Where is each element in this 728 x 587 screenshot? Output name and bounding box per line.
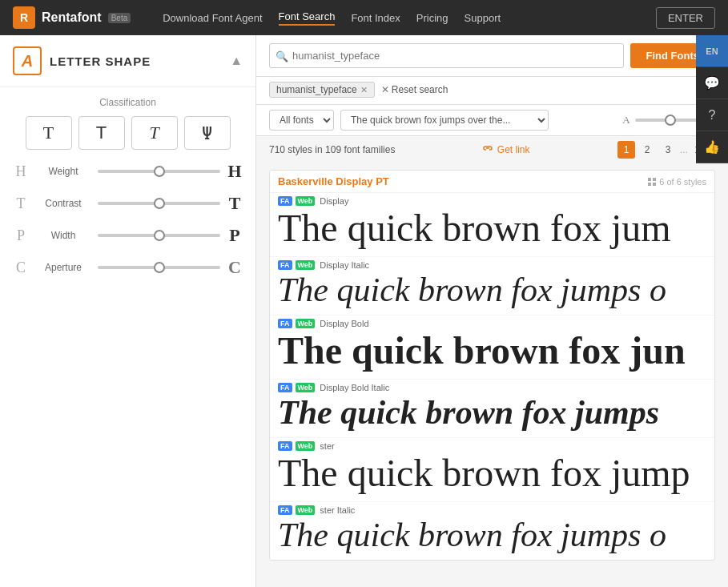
font-style-label-3: Display Bold Italic bbox=[320, 383, 389, 392]
weight-slider[interactable] bbox=[98, 166, 220, 177]
width-label: Width bbox=[35, 230, 91, 241]
contrast-left-label: T bbox=[13, 195, 29, 212]
font-preview-row-4: FA Web ster The quick brown fox jump bbox=[270, 438, 714, 502]
sidebar-title: LETTER SHAPE bbox=[50, 54, 151, 68]
sidebar-header: A LETTER SHAPE ▲ bbox=[0, 35, 255, 87]
search-input[interactable] bbox=[269, 43, 624, 68]
right-panels: EN 💬 ? 👍 bbox=[696, 35, 728, 163]
styles-icon bbox=[647, 177, 657, 187]
weight-slider-row: H Weight H bbox=[13, 161, 243, 182]
web-badge-4: Web bbox=[296, 441, 316, 451]
page-1[interactable]: 1 bbox=[617, 141, 635, 159]
help-panel-button[interactable]: ? bbox=[696, 99, 728, 131]
get-link-label: Get link bbox=[497, 144, 530, 155]
like-icon: 👍 bbox=[704, 139, 720, 155]
contrast-slider[interactable] bbox=[98, 198, 220, 209]
style-btn-decorative[interactable]: Ψ bbox=[184, 116, 231, 150]
nav-download-font-agent[interactable]: Download Font Agent bbox=[163, 12, 262, 24]
preview-text-0: The quick brown fox jum bbox=[278, 207, 706, 250]
width-right-label: P bbox=[227, 225, 243, 246]
svg-rect-1 bbox=[653, 178, 656, 181]
collapse-icon[interactable]: ▲ bbox=[230, 54, 243, 68]
preview-text-1: The quick brown fox jumps o bbox=[278, 271, 706, 308]
contrast-label: Contrast bbox=[35, 198, 91, 209]
preview-badge-row-2: FA Web Display Bold bbox=[278, 319, 706, 328]
web-badge-0: Web bbox=[296, 196, 316, 206]
style-btn-italic[interactable]: T bbox=[131, 116, 178, 150]
font-list: Baskerville Display PT 6 of 6 styles FA … bbox=[256, 163, 728, 587]
font-card-header: Baskerville Display PT 6 of 6 styles bbox=[270, 171, 714, 193]
search-input-wrap: 🔍 bbox=[269, 43, 624, 68]
web-badge-3: Web bbox=[296, 383, 316, 392]
nav-support[interactable]: Support bbox=[465, 12, 501, 24]
font-preview-row-3: FA Web Display Bold Italic The quick bro… bbox=[270, 380, 714, 438]
logo-icon: R bbox=[13, 6, 35, 29]
aperture-label: Aperture bbox=[35, 262, 91, 273]
reset-search-link[interactable]: ✕ Reset search bbox=[381, 84, 448, 95]
font-preview-row-0: FA Web Display The quick brown fox jum bbox=[270, 193, 714, 257]
logo-beta: Beta bbox=[108, 13, 131, 23]
styles-count: 6 of 6 styles bbox=[647, 177, 706, 187]
style-btn-serif[interactable]: T bbox=[26, 116, 72, 150]
content-area: 🔍 Find Fonts humanist_typeface ✕ ✕ Reset… bbox=[256, 35, 728, 587]
fa-badge-4: FA bbox=[278, 441, 292, 451]
nav-pricing[interactable]: Pricing bbox=[416, 12, 448, 24]
logo-area: R Rentafont Beta bbox=[13, 6, 131, 29]
preview-badge-row-5: FA Web ster Italic bbox=[278, 505, 706, 515]
nav-links: Download Font Agent Font Search Font Ind… bbox=[163, 10, 640, 26]
page-3[interactable]: 3 bbox=[659, 141, 677, 159]
top-navigation: R Rentafont Beta Download Font Agent Fon… bbox=[0, 0, 728, 35]
aperture-slider-row: C Aperture C bbox=[13, 257, 243, 278]
sidebar-header-left: A LETTER SHAPE bbox=[13, 46, 151, 75]
main-layout: A LETTER SHAPE ▲ Classification T T T Ψ … bbox=[0, 35, 728, 587]
search-bar: 🔍 Find Fonts bbox=[256, 35, 728, 77]
aperture-slider[interactable] bbox=[98, 262, 220, 273]
letter-shape-icon: A bbox=[13, 46, 42, 75]
fa-badge-2: FA bbox=[278, 319, 292, 328]
results-info: 710 styles in 109 font families Get link… bbox=[256, 136, 728, 163]
style-btn-sans[interactable]: T bbox=[78, 116, 125, 150]
preview-text-2: The quick brown fox jun bbox=[278, 330, 706, 372]
get-link[interactable]: Get link bbox=[483, 144, 530, 155]
sidebar: A LETTER SHAPE ▲ Classification T T T Ψ … bbox=[0, 35, 256, 587]
preview-text-select[interactable]: The quick brown fox jumps over the... bbox=[340, 110, 549, 131]
font-style-label-2: Display Bold bbox=[320, 319, 368, 328]
svg-rect-2 bbox=[648, 183, 651, 186]
font-preview-row-2: FA Web Display Bold The quick brown fox … bbox=[270, 316, 714, 380]
filter-all-select[interactable]: All fonts bbox=[269, 110, 334, 131]
nav-font-search[interactable]: Font Search bbox=[279, 10, 336, 26]
page-2[interactable]: 2 bbox=[638, 141, 656, 159]
nav-font-index[interactable]: Font Index bbox=[351, 12, 400, 24]
weight-left-label: H bbox=[13, 163, 29, 180]
tag-close-icon[interactable]: ✕ bbox=[360, 85, 368, 95]
fa-badge-5: FA bbox=[278, 505, 292, 515]
language-icon: EN bbox=[706, 46, 718, 56]
preview-badge-row-0: FA Web Display bbox=[278, 196, 706, 206]
font-name[interactable]: Baskerville Display PT bbox=[278, 175, 389, 187]
width-slider[interactable] bbox=[98, 230, 220, 241]
preview-badge-row-3: FA Web Display Bold Italic bbox=[278, 383, 706, 392]
web-badge-1: Web bbox=[296, 260, 316, 270]
style-buttons: T T T Ψ bbox=[13, 116, 243, 150]
font-style-label-5: ster Italic bbox=[320, 505, 355, 515]
font-style-label-4: ster bbox=[320, 441, 334, 451]
enter-button[interactable]: ENTER bbox=[656, 7, 715, 29]
preview-text-4: The quick brown fox jump bbox=[278, 452, 706, 495]
weight-label: Weight bbox=[35, 166, 91, 177]
font-style-label-0: Display bbox=[320, 196, 348, 206]
like-panel-button[interactable]: 👍 bbox=[696, 131, 728, 163]
weight-right-label: H bbox=[227, 161, 243, 182]
width-slider-row: P Width P bbox=[13, 225, 243, 246]
aperture-right-label: C bbox=[227, 257, 243, 278]
page-dots: ... bbox=[680, 144, 688, 155]
size-slider[interactable] bbox=[635, 115, 699, 126]
filter-tags: humanist_typeface ✕ ✕ Reset search bbox=[256, 77, 728, 105]
fa-badge-0: FA bbox=[278, 196, 292, 206]
font-style-label-1: Display Italic bbox=[320, 260, 369, 270]
preview-text-5: The quick brown fox jumps o bbox=[278, 517, 706, 553]
language-panel-button[interactable]: EN bbox=[696, 35, 728, 67]
active-filter-tag: humanist_typeface ✕ bbox=[269, 82, 375, 98]
preview-badge-row-1: FA Web Display Italic bbox=[278, 260, 706, 270]
contrast-right-label: T bbox=[227, 193, 243, 214]
chat-panel-button[interactable]: 💬 bbox=[696, 67, 728, 99]
